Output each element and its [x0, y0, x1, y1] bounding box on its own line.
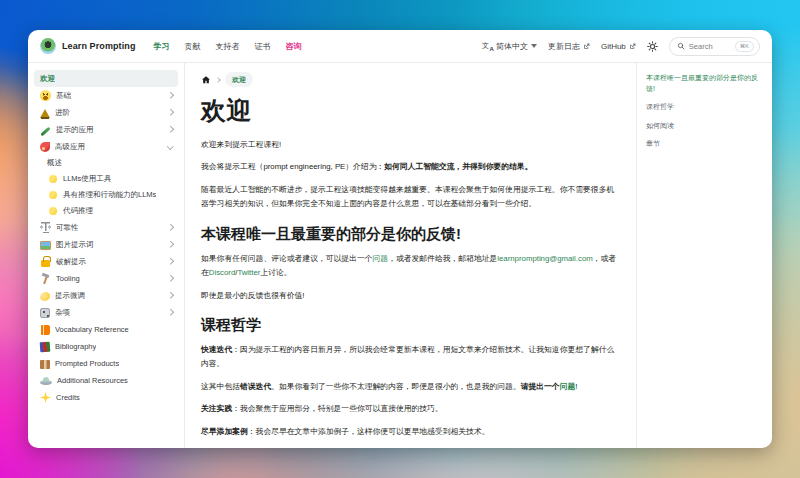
hammer-icon: [38, 271, 52, 285]
chevron-right-icon: [167, 224, 173, 230]
sidebar-item-tooling[interactable]: Tooling: [34, 270, 178, 287]
section-heading-feedback: 本课程唯一且最重要的部分是你的反馈!: [201, 225, 620, 244]
toc-item-chapters[interactable]: 章节: [646, 139, 763, 150]
sidebar-item-intermediate[interactable]: 进阶: [34, 104, 178, 121]
home-icon[interactable]: [201, 75, 211, 85]
yellow-circle-icon: [49, 207, 57, 215]
page-layout: 欢迎 基础 进阶 提示的应用 高级应用: [28, 63, 772, 448]
sidebar-item-prompt-tuning[interactable]: 提示微调: [34, 287, 178, 304]
chevron-right-icon: [167, 309, 173, 315]
section-heading-philosophy: 课程哲学: [201, 316, 620, 335]
toc-item-philosophy[interactable]: 课程哲学: [646, 102, 763, 113]
changelog-label: 更新日志: [548, 41, 580, 52]
chevron-right-icon: [167, 241, 173, 247]
sidebar-item-vocabulary-reference[interactable]: Vocabulary Reference: [34, 321, 178, 338]
chevron-down-icon: [531, 44, 537, 48]
sidebar-item-additional-resources[interactable]: Additional Resources: [34, 372, 178, 389]
sidebar-item-llms-reason-act[interactable]: 具有推理和行动能力的LLMs: [34, 187, 178, 203]
sidebar-item-advanced-applications[interactable]: 高级应用: [34, 138, 178, 155]
navbar-right: 简体中文 更新日志 GitHub ⌘K: [482, 37, 760, 56]
nav-item-contribute[interactable]: 贡献: [185, 41, 201, 52]
nav-item-supporters[interactable]: 支持者: [216, 41, 240, 52]
sidebar: 欢迎 基础 进阶 提示的应用 高级应用: [28, 63, 185, 448]
email-link[interactable]: learnprompting@gmail.com: [497, 254, 592, 263]
discord-link[interactable]: Discord: [209, 268, 235, 277]
toc-item-how-to-read[interactable]: 如何阅读: [646, 121, 763, 132]
chevron-down-icon: [167, 143, 173, 149]
pe-definition-bold: 如何同人工智能交流，并得到你要的结果。: [384, 162, 532, 171]
breadcrumb-current[interactable]: 欢迎: [225, 72, 253, 87]
sidebar-item-basics[interactable]: 基础: [34, 87, 178, 104]
twitter-link[interactable]: Twitter: [237, 268, 260, 277]
philosophy-practice-paragraph: 关注实践：我会聚焦于应用部分，特别是一些你可以直接使用的技巧。: [201, 402, 620, 416]
chevron-right-icon: [167, 258, 173, 264]
brand-title: Learn Prompting: [62, 41, 136, 51]
breadcrumb: 欢迎: [201, 72, 620, 87]
issue-link[interactable]: 问题: [373, 254, 389, 263]
sidebar-item-overview[interactable]: 概述: [34, 155, 178, 171]
chevron-right-icon: [167, 126, 173, 132]
toc-item-feedback[interactable]: 本课程唯一且最重要的部分是你的反馈!: [646, 73, 763, 94]
theme-toggle-button[interactable]: [647, 41, 658, 52]
mage-icon: [40, 109, 50, 118]
philosophy-iterate-paragraph: 快速迭代：因为提示工程的内容日新月异，所以我会经常更新本课程，用短文章来介绍新技…: [201, 343, 620, 372]
nav-item-certificate[interactable]: 证书: [255, 41, 271, 52]
page-title: 欢迎: [201, 94, 620, 127]
sidebar-item-welcome[interactable]: 欢迎: [34, 70, 178, 87]
chevron-right-icon: [167, 275, 173, 281]
philosophy-examples-paragraph: 尽早添加案例：我会尽早在文章中添加例子，这样你便可以更早地感受到相关技术。: [201, 425, 620, 439]
brand-link[interactable]: Learn Prompting: [40, 38, 136, 54]
sun-icon: [647, 41, 658, 52]
scale-icon: [40, 222, 51, 233]
nav-item-consulting[interactable]: 咨询: [286, 41, 302, 52]
die-icon: [40, 308, 50, 318]
changelog-link[interactable]: 更新日志: [548, 41, 590, 52]
flying-saucer-icon: [40, 380, 52, 385]
flex-arm-icon: [40, 292, 50, 301]
search-input[interactable]: [689, 42, 731, 51]
orange-book-icon: [41, 325, 50, 335]
nav-menu: 学习 贡献 支持者 证书 咨询: [154, 41, 302, 52]
sidebar-item-prompt-hacking[interactable]: 破解提示: [34, 253, 178, 270]
philosophy-error-paragraph: 这其中包括错误迭代。如果你看到了一些你不太理解的内容，即便是很小的，也是我的问题…: [201, 380, 620, 394]
sidebar-item-prompted-products[interactable]: Prompted Products: [34, 355, 178, 372]
sidebar-item-llms-using-tools[interactable]: LLMs使用工具: [34, 171, 178, 187]
feedback-value-paragraph: 即使是最小的反馈也很有价值!: [201, 289, 620, 303]
welcome-intro-paragraph: 欢迎来到提示工程课程!: [201, 138, 620, 152]
issue-link[interactable]: 问题: [560, 382, 576, 391]
feedback-paragraph: 如果你有任何问题、评论或者建议，可以提出一个问题，或者发邮件给我，邮箱地址是le…: [201, 252, 620, 281]
chevron-right-icon: [167, 92, 173, 98]
breadcrumb-separator-icon: [215, 77, 221, 83]
github-link[interactable]: GitHub: [601, 42, 636, 51]
external-link-icon: [629, 43, 636, 50]
sidebar-item-miscellaneous[interactable]: 杂项: [34, 304, 178, 321]
course-focus-paragraph: 随着最近人工智能的不断进步，提示工程这项技能变得越来越重要。本课程会聚焦于如何使…: [201, 183, 620, 212]
chevron-right-icon: [167, 292, 173, 298]
sidebar-item-reliability[interactable]: 可靠性: [34, 219, 178, 236]
search-icon: [677, 42, 685, 50]
sidebar-item-credits[interactable]: Credits: [34, 389, 178, 406]
lock-icon: [41, 260, 50, 267]
pen-icon: [40, 127, 50, 137]
navbar: Learn Prompting 学习 贡献 支持者 证书 咨询 简体中文 更新日…: [28, 30, 772, 63]
sidebar-item-code-reasoning[interactable]: 代码推理: [34, 203, 178, 219]
github-label: GitHub: [601, 42, 626, 51]
picture-icon: [40, 241, 51, 250]
yellow-circle-icon: [49, 175, 57, 183]
search-box[interactable]: ⌘K: [669, 37, 760, 56]
package-icon: [40, 360, 50, 369]
locale-label: 简体中文: [496, 41, 528, 52]
nav-item-learn[interactable]: 学习: [154, 41, 170, 52]
philosophy-time-paragraph: 如果有时间的话，我会再思考这一部分内容 。: [201, 447, 620, 448]
sparkles-icon: [40, 392, 51, 403]
table-of-contents: 本课程唯一且最重要的部分是你的反馈! 课程哲学 如何阅读 章节: [636, 63, 772, 448]
sidebar-item-applied-prompting[interactable]: 提示的应用: [34, 121, 178, 138]
sidebar-item-image-prompting[interactable]: 图片提示词: [34, 236, 178, 253]
external-link-icon: [583, 43, 590, 50]
locale-dropdown[interactable]: 简体中文: [482, 41, 537, 52]
rocket-icon: [40, 142, 50, 152]
pe-definition-paragraph: 我会将提示工程（prompt engineering, PE）介绍为：如何同人工…: [201, 160, 620, 174]
chevron-right-icon: [167, 109, 173, 115]
search-shortcut-badge: ⌘K: [735, 41, 754, 52]
sidebar-item-bibliography[interactable]: Bibliography: [34, 338, 178, 355]
